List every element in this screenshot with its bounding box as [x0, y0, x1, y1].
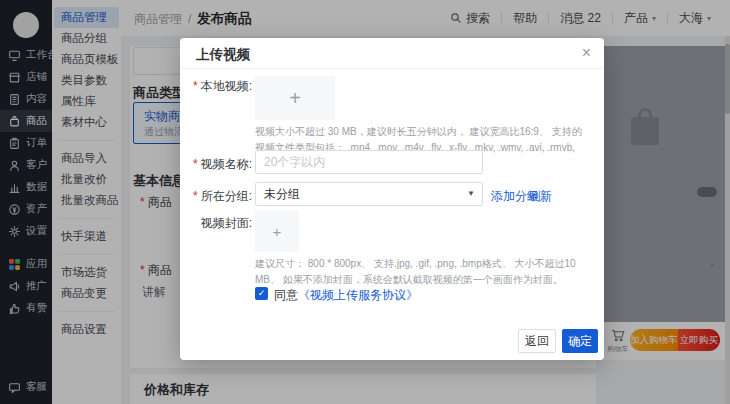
select-caret-icon: ▼: [467, 183, 475, 205]
group-label: *所在分组:: [180, 188, 252, 205]
agreement-prefix: 同意: [274, 288, 298, 302]
group-select[interactable]: 未分组 ▼: [255, 182, 483, 206]
refresh-link[interactable]: 刷新: [528, 188, 552, 205]
modal-header: 上传视频 ×: [180, 38, 604, 69]
plus-icon: +: [273, 223, 282, 240]
required-mark: *: [193, 157, 198, 171]
local-video-upload[interactable]: +: [255, 76, 335, 120]
upload-video-modal: 上传视频 × *本地视频: + 视频大小不超过 30 MB，建议时长五分钟以内，…: [180, 38, 604, 360]
cover-hint: 建议尺寸： 800 * 800px、 支持.jpg, .gif, .png, .…: [255, 256, 590, 288]
back-button[interactable]: 返回: [518, 329, 556, 353]
agreement-text: 同意《视频上传服务协议》: [274, 287, 418, 304]
cover-upload[interactable]: +: [255, 210, 299, 252]
video-name-input[interactable]: [255, 150, 483, 174]
agreement-checkbox[interactable]: ✓: [255, 287, 268, 300]
app-window: 工作台店铺内容商品订单客户数据资产设置应用推广有赞 客服 商品管理商品分组商品页…: [0, 0, 730, 404]
confirm-button[interactable]: 确定: [562, 329, 598, 353]
required-mark: *: [193, 79, 198, 93]
local-video-label: *本地视频:: [180, 78, 252, 95]
close-icon[interactable]: ×: [582, 43, 591, 63]
modal-title: 上传视频: [196, 46, 250, 64]
video-name-label: *视频名称:: [180, 156, 252, 173]
group-select-value: 未分组: [264, 187, 300, 201]
plus-icon: +: [289, 87, 301, 110]
required-mark: *: [193, 189, 198, 203]
check-icon: ✓: [258, 288, 266, 298]
agreement-link[interactable]: 《视频上传服务协议》: [298, 288, 418, 302]
cover-label: 视频封面:: [180, 215, 252, 232]
